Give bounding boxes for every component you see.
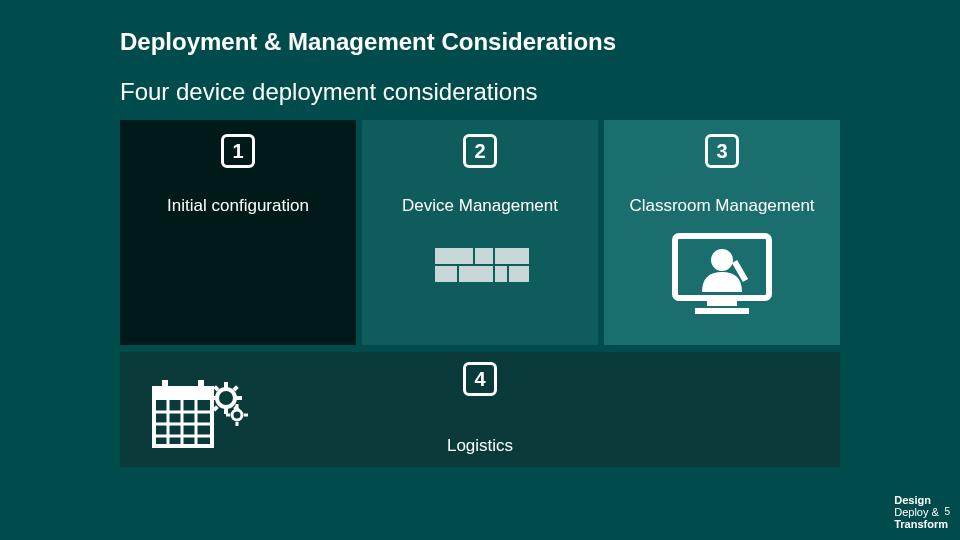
footer-line-1: Design	[894, 494, 948, 506]
svg-rect-26	[236, 422, 239, 426]
number-badge-4-icon: 4	[463, 362, 497, 396]
svg-point-15	[217, 389, 235, 407]
footer-line-3: Transform	[894, 518, 948, 530]
number-badge-1-icon: 1	[221, 134, 255, 168]
svg-rect-1	[707, 300, 737, 306]
svg-rect-8	[198, 380, 204, 394]
calendar-gears-icon	[150, 368, 250, 462]
tile-initial-configuration: 1 Initial configuration	[120, 120, 356, 345]
slide-title: Deployment & Management Considerations	[120, 28, 616, 56]
svg-rect-25	[236, 404, 239, 408]
svg-rect-16	[224, 382, 228, 388]
svg-rect-27	[226, 414, 230, 417]
number-2: 2	[474, 140, 485, 163]
slide: Deployment & Management Considerations F…	[0, 0, 960, 540]
svg-rect-18	[210, 396, 216, 400]
start-screen-tiles-icon	[435, 230, 525, 280]
svg-rect-7	[162, 380, 168, 394]
teacher-monitor-icon	[667, 230, 777, 324]
footer-line-2: Deploy &	[894, 506, 948, 518]
slide-subtitle: Four device deployment considerations	[120, 78, 538, 106]
tile-label-4: Logistics	[447, 436, 513, 456]
number-badge-2-icon: 2	[463, 134, 497, 168]
svg-rect-2	[695, 308, 749, 314]
page-number: 5	[944, 506, 950, 517]
tiles-row: 1 Initial configuration 2 Device Managem…	[120, 120, 840, 345]
svg-rect-28	[244, 414, 248, 417]
svg-rect-17	[224, 408, 228, 414]
number-badge-3-icon: 3	[705, 134, 739, 168]
svg-point-3	[711, 249, 733, 271]
svg-rect-19	[236, 396, 242, 400]
tile-device-management: 2 Device Management	[362, 120, 598, 345]
footer-branding: Design Deploy & Transform 5	[894, 494, 948, 530]
tile-label-3: Classroom Management	[629, 196, 814, 216]
number-1: 1	[232, 140, 243, 163]
number-4: 4	[474, 368, 485, 391]
tile-label-2: Device Management	[402, 196, 558, 216]
svg-point-24	[232, 410, 242, 420]
tile-label-1: Initial configuration	[167, 196, 309, 216]
number-3: 3	[716, 140, 727, 163]
tile-classroom-management: 3 Classroom Management	[604, 120, 840, 345]
